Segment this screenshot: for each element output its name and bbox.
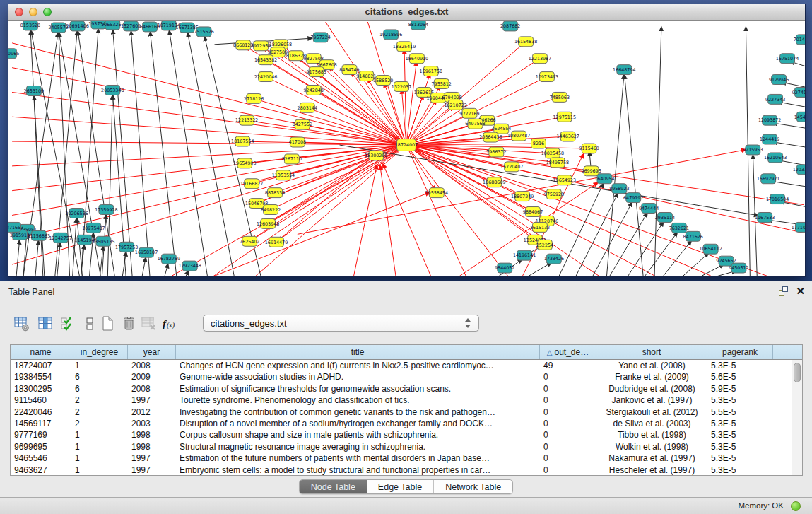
graph-node[interactable]: 1733426: [544, 254, 564, 264]
graph-node[interactable]: 9274133: [792, 87, 805, 97]
graph-edge[interactable]: [663, 244, 689, 276]
graph-edge[interactable]: [353, 169, 376, 276]
graph-node[interactable]: 10975487: [82, 223, 105, 233]
table-row[interactable]: 1938455462009Genome-wide association stu…: [11, 371, 791, 382]
table-cell[interactable]: Embryonic stem cells: a model to study s…: [176, 465, 540, 475]
graph-node[interactable]: 9242848: [304, 85, 324, 95]
graph-node[interactable]: 252254: [536, 240, 553, 250]
table-cell[interactable]: Franke et al. (2009): [596, 371, 707, 382]
column-header-year[interactable]: year: [128, 345, 176, 359]
table-cell[interactable]: 5.9E-5: [707, 383, 773, 395]
graph-edge[interactable]: [406, 145, 768, 276]
graph-edge[interactable]: [165, 268, 167, 276]
graph-edge[interactable]: [593, 206, 630, 276]
graph-edge[interactable]: [151, 36, 177, 276]
graph-edge[interactable]: [186, 274, 187, 276]
graph-node[interactable]: 12213322: [235, 115, 258, 125]
table-cell[interactable]: Genome-wide association studies in ADHD.: [176, 371, 540, 382]
graph-node[interactable]: 8267110: [282, 154, 302, 164]
column-header-title[interactable]: title: [176, 345, 540, 359]
table-cell[interactable]: de Silva et al. (2003): [596, 418, 707, 429]
network-view-window[interactable]: citations_edges.txt 18724007183002958660…: [8, 4, 806, 277]
network-window-titlebar[interactable]: citations_edges.txt: [8, 4, 805, 21]
tab-network-table[interactable]: Network Table: [433, 480, 512, 493]
graph-node[interactable]: 9129946: [769, 75, 789, 85]
graph-node[interactable]: 7955812: [432, 79, 452, 89]
table-cell[interactable]: 2009: [128, 371, 176, 382]
graph-node[interactable]: 12603948: [257, 218, 279, 228]
graph-node[interactable]: 18107554: [231, 136, 254, 146]
graph-node[interactable]: 22420046: [254, 72, 277, 82]
graph-node[interactable]: 8471626: [683, 231, 703, 241]
graph-node[interactable]: 9844052: [495, 263, 514, 273]
column-header-out-degree[interactable]: △out_de…: [540, 345, 596, 359]
table-cell[interactable]: 19384554: [11, 371, 71, 382]
table-cell[interactable]: 5.3E-5: [707, 441, 773, 452]
new-table-icon[interactable]: [98, 313, 119, 334]
graph-edge[interactable]: [683, 256, 705, 276]
graph-edge[interactable]: [113, 34, 132, 276]
table-cell[interactable]: Corpus callosum shape and size in male p…: [176, 429, 540, 440]
table-cell[interactable]: 0: [540, 465, 596, 475]
table-cell[interactable]: Nakamura et al. (1997): [596, 452, 707, 464]
graph-node[interactable]: 16782759: [158, 254, 180, 264]
graph-node[interactable]: 8427552: [293, 119, 312, 129]
table-cell[interactable]: 0: [540, 383, 596, 395]
graph-node[interactable]: 12923448: [179, 261, 201, 271]
graph-node[interactable]: 8498222: [261, 205, 281, 215]
graph-edge[interactable]: [12, 145, 406, 240]
graph-edge[interactable]: [701, 267, 720, 276]
table-cell[interactable]: 5.3E-5: [707, 395, 773, 406]
table-row[interactable]: 1456911722003Disruption of a novel membe…: [11, 418, 791, 429]
graph-node[interactable]: 1640954: [594, 174, 614, 184]
graph-node[interactable]: 9215953: [743, 145, 763, 155]
graph-node[interactable]: 9884067: [523, 207, 543, 217]
table-cell[interactable]: 2: [71, 418, 128, 429]
table-cell[interactable]: 5.3E-5: [707, 360, 773, 371]
table-cell[interactable]: 1997: [128, 452, 176, 464]
table-cell[interactable]: 0: [540, 429, 596, 440]
close-panel-icon[interactable]: ✕: [796, 286, 805, 296]
table-cell[interactable]: 18300295: [11, 383, 71, 395]
graph-edge[interactable]: [628, 226, 661, 276]
table-cell[interactable]: 1: [71, 429, 128, 440]
graph-node[interactable]: 19558454: [425, 188, 448, 198]
graph-node[interactable]: 1588520: [373, 76, 393, 86]
table-row[interactable]: 1872400712008Changes of HCN gene express…: [11, 360, 791, 371]
graph-node[interactable]: 8153528: [20, 21, 40, 30]
table-cell[interactable]: 5.6E-5: [707, 371, 773, 382]
table-cell[interactable]: Tibbo et al. (1998): [596, 429, 707, 440]
graph-node[interactable]: 8216: [531, 139, 546, 148]
scrollbar-thumb[interactable]: [794, 363, 801, 382]
graph-node[interactable]: 19654903: [233, 158, 256, 168]
graph-node[interactable]: 7957224: [311, 33, 331, 42]
graph-edge[interactable]: [314, 110, 406, 145]
graph-node[interactable]: 14463627: [557, 132, 579, 141]
table-cell[interactable]: 1997: [128, 465, 176, 475]
table-cell[interactable]: 18724007: [11, 360, 71, 371]
graph-edge[interactable]: [777, 143, 805, 148]
graph-node[interactable]: 1322037: [392, 82, 411, 92]
table-cell[interactable]: 1998: [128, 441, 176, 452]
graph-node[interactable]: 9450512: [729, 263, 748, 273]
graph-node[interactable]: 12033407: [793, 165, 805, 175]
table-cell[interactable]: 0: [540, 371, 596, 382]
table-cell[interactable]: 0: [540, 407, 596, 418]
table-cell[interactable]: Structural magnetic resonance image aver…: [176, 441, 540, 452]
table-cell[interactable]: 6: [71, 383, 128, 395]
table-cell[interactable]: 2003: [128, 418, 176, 429]
delete-columns-icon[interactable]: [119, 313, 140, 334]
table-cell[interactable]: 2: [71, 407, 128, 418]
table-row[interactable]: 2242004622012Investigating the contribut…: [11, 407, 791, 418]
graph-node[interactable]: 10973493: [536, 72, 558, 82]
graph-edge[interactable]: [142, 262, 145, 276]
graph-node[interactable]: 18495758: [546, 158, 569, 168]
graph-node[interactable]: 17359928: [95, 205, 117, 215]
show-columns-icon[interactable]: [35, 313, 57, 334]
citation-network-graph[interactable]: 1872400718300295866012389129541822605898…: [8, 21, 805, 276]
graph-node[interactable]: 15751074: [776, 54, 799, 64]
table-cell[interactable]: 9115460: [11, 395, 71, 406]
table-cell[interactable]: 5.3E-5: [707, 429, 773, 440]
graph-edge[interactable]: [528, 264, 548, 276]
tab-node-table[interactable]: Node Table: [300, 480, 367, 493]
